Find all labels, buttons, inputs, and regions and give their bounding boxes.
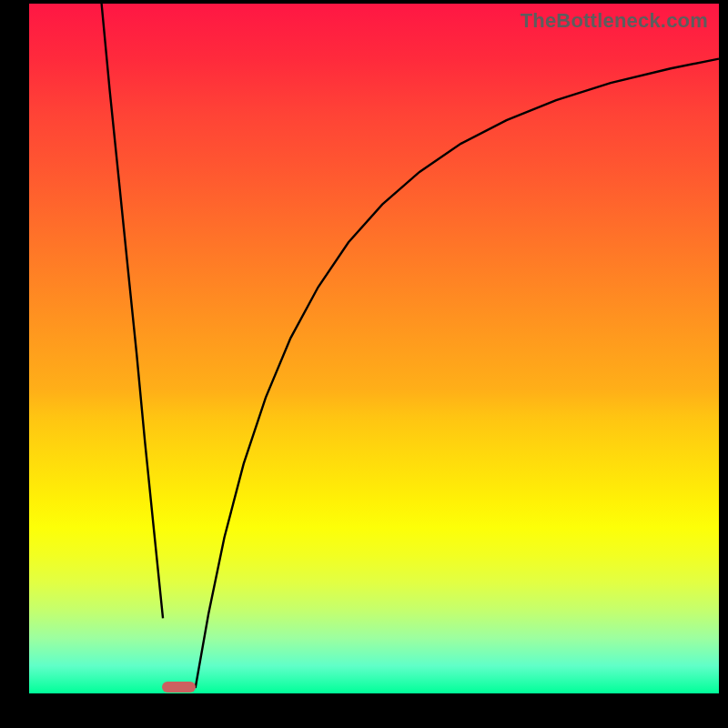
watermark-text: TheBottleneck.com	[521, 9, 708, 33]
minimum-marker	[162, 682, 197, 693]
heat-gradient-background	[29, 4, 719, 693]
frame-bottom	[0, 693, 728, 728]
chart-plot-area: TheBottleneck.com	[29, 4, 719, 693]
frame-left	[0, 0, 29, 728]
frame-right	[719, 0, 728, 728]
